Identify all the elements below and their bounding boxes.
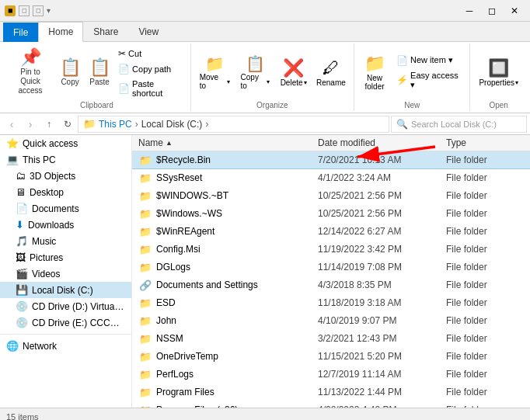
file-type: File folder [446, 351, 524, 362]
folder-icon: 📁 [83, 118, 96, 130]
sidebar-item-quick-access[interactable]: ⭐ Quick access [0, 135, 131, 151]
move-to-button[interactable]: 📁 Move to ▾ [196, 52, 234, 92]
sidebar-item-cd-drive-d[interactable]: 💿 CD Drive (D:) VirtualBox Guest A [0, 298, 131, 314]
table-row[interactable]: 📁 Program Files (x86) 4/28/2022 4:40 PM … [132, 401, 530, 408]
paste-label: Paste [89, 78, 110, 86]
table-row[interactable]: 📁 SSysReset 4/1/2022 3:24 AM File folder [132, 169, 530, 187]
window-minimize[interactable]: ─ [459, 3, 480, 19]
table-row[interactable]: 📁 John 4/10/2019 9:07 PM File folder [132, 312, 530, 330]
pictures-icon: 🖼 [16, 252, 26, 263]
new-item-label: New item ▾ [410, 55, 453, 65]
paste-shortcut-button[interactable]: 📄 Paste shortcut [115, 78, 187, 99]
rename-icon: 🖊 [323, 58, 340, 78]
pin-quick-access-button[interactable]: 📌 Pin to Quickaccess [6, 47, 54, 98]
file-name: DGLogs [156, 262, 318, 272]
sidebar-item-desktop[interactable]: 🖥 Desktop [0, 184, 131, 200]
sidebar-item-documents[interactable]: 📄 Documents [0, 200, 131, 217]
easy-access-button[interactable]: ⚡ Easy access ▾ [393, 69, 465, 92]
copy-to-label: Copy to [241, 73, 267, 90]
videos-label: Videos [32, 269, 60, 279]
window-close[interactable]: ✕ [504, 3, 525, 19]
column-header-type[interactable]: Type [446, 137, 524, 148]
table-row[interactable]: 📁 DGLogs 11/14/2019 7:08 PM File folder [132, 259, 530, 276]
sidebar-item-music[interactable]: 🎵 Music [0, 233, 131, 249]
tab-view[interactable]: View [128, 22, 169, 41]
file-list: Name ▲ Date modified Type 📁 $Recycle.Bin… [132, 135, 530, 408]
quick-access-icon: ⭐ [6, 137, 19, 149]
breadcrumb-local-disk[interactable]: Local Disk (C:) [141, 119, 203, 130]
copy-icon: 📋 [60, 59, 81, 76]
file-modified: 11/15/2021 5:20 PM [318, 351, 446, 362]
new-item-button[interactable]: 📄 New item ▾ [393, 54, 465, 68]
table-row[interactable]: 📁 $Windows.~WS 10/25/2021 2:56 PM File f… [132, 205, 530, 223]
breadcrumb[interactable]: 📁 This PC › Local Disk (C:) › [78, 116, 389, 133]
this-pc-label: This PC [23, 154, 56, 165]
window-maximize[interactable]: ◻ [481, 3, 503, 19]
table-row[interactable]: 📁 Program Files 11/13/2022 1:44 PM File … [132, 384, 530, 401]
copy-path-button[interactable]: 📄 Copy path [115, 62, 187, 76]
table-row[interactable]: 📁 $Recycle.Bin 7/20/2021 10:13 AM File f… [132, 151, 530, 169]
table-row[interactable]: 📁 NSSM 3/2/2021 12:43 PM File folder [132, 330, 530, 348]
file-modified: 11/14/2019 7:08 PM [318, 262, 446, 272]
sidebar-item-videos[interactable]: 🎬 Videos [0, 266, 131, 282]
file-type: File folder [446, 279, 524, 290]
table-row[interactable]: 📁 Config.Msi 11/19/2022 3:42 PM File fol… [132, 241, 530, 259]
easy-access-label: Easy access ▾ [410, 71, 462, 90]
downloads-icon: ⬇ [16, 219, 24, 231]
title-bar-dropdown[interactable]: ▾ [47, 6, 51, 15]
table-row[interactable]: 📁 $WinREAgent 12/14/2022 6:27 AM File fo… [132, 223, 530, 241]
paste-button[interactable]: 📋 Paste [85, 57, 113, 89]
file-type: File folder [446, 154, 524, 165]
sidebar-item-pictures[interactable]: 🖼 Pictures [0, 249, 131, 266]
tab-file[interactable]: File [3, 23, 38, 42]
network-icon: 🌐 [6, 340, 19, 352]
sidebar-item-3d-objects[interactable]: 🗂 3D Objects [0, 168, 131, 184]
properties-icon: 🔲 [488, 58, 509, 78]
file-icon: 📁 [138, 153, 152, 167]
table-row[interactable]: 📁 PerfLogs 12/7/2019 11:14 AM File folde… [132, 366, 530, 384]
table-row[interactable]: 📁 OneDriveTemp 11/15/2021 5:20 PM File f… [132, 348, 530, 366]
this-pc-icon: 💻 [6, 154, 19, 165]
table-row[interactable]: 🔗 Documents and Settings 4/3/2018 8:35 P… [132, 276, 530, 294]
cut-icon: ✂ [118, 48, 126, 59]
sidebar-item-downloads[interactable]: ⬇ Downloads [0, 217, 131, 233]
tab-home[interactable]: Home [38, 22, 83, 42]
rename-button[interactable]: 🖊 Rename [313, 56, 349, 89]
file-type: File folder [446, 387, 524, 397]
desktop-icon: 🖥 [16, 186, 26, 198]
file-icon: 📁 [138, 331, 152, 345]
delete-button[interactable]: ❌ Delete ▾ [277, 56, 309, 89]
nav-forward[interactable]: › [22, 116, 39, 133]
music-label: Music [32, 236, 56, 247]
column-header-modified[interactable]: Date modified [318, 137, 446, 148]
copy-to-button[interactable]: 📋 Copy to ▾ [237, 52, 274, 92]
file-name: Program Files [156, 387, 318, 397]
file-icon: 📁 [138, 314, 152, 328]
search-box[interactable]: 🔍 Search Local Disk (C:) [391, 116, 527, 133]
new-folder-button[interactable]: 📁 Newfolder [359, 51, 390, 93]
delete-label: Delete [281, 78, 303, 87]
sidebar-item-cd-drive-e[interactable]: 💿 CD Drive (E:) CCCOMA_X64FRE_ [0, 314, 131, 331]
cut-button[interactable]: ✂ Cut [115, 47, 187, 61]
tab-share[interactable]: Share [83, 22, 128, 41]
nav-up[interactable]: ↑ [40, 116, 58, 133]
copy-button[interactable]: 📋 Copy [56, 57, 84, 89]
table-row[interactable]: 📁 ESD 11/18/2019 3:18 AM File folder [132, 294, 530, 312]
sidebar-item-this-pc[interactable]: 💻 This PC [0, 151, 131, 168]
file-name: $Recycle.Bin [156, 154, 318, 165]
column-header-name[interactable]: Name ▲ [138, 137, 318, 148]
nav-back[interactable]: ‹ [3, 116, 20, 133]
file-icon: 📁 [138, 171, 152, 185]
breadcrumb-this-pc[interactable]: This PC [99, 119, 132, 130]
new-folder-icon: 📁 [364, 54, 385, 74]
properties-button[interactable]: 🔲 Properties ▾ [475, 56, 522, 89]
file-name: $WINDOWS.~BT [156, 190, 318, 201]
file-name: $Windows.~WS [156, 208, 318, 219]
file-type: File folder [446, 244, 524, 255]
file-type: File folder [446, 262, 524, 272]
sidebar-item-network[interactable]: 🌐 Network [0, 338, 131, 354]
nav-refresh[interactable]: ↻ [59, 116, 76, 133]
table-row[interactable]: 📁 $WINDOWS.~BT 10/25/2021 2:56 PM File f… [132, 187, 530, 205]
sort-arrow: ▲ [166, 139, 173, 147]
sidebar-item-local-disk-c[interactable]: 💾 Local Disk (C:) [0, 282, 131, 298]
